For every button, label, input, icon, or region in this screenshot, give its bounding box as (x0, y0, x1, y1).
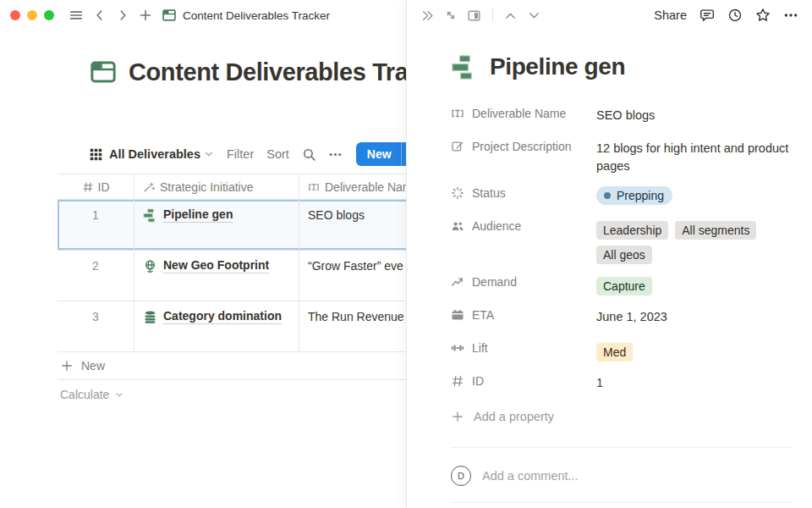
plus-icon (60, 359, 74, 373)
comment-composer[interactable]: D Add a comment... (451, 461, 792, 491)
sort-button[interactable]: Sort (266, 147, 289, 161)
property-label[interactable]: ETA (451, 305, 596, 322)
demand-tag[interactable]: Capture (596, 277, 652, 295)
zoom-window-button[interactable] (44, 10, 54, 20)
close-window-button[interactable] (10, 10, 20, 20)
property-name: Lift (472, 341, 488, 355)
cell-initiative[interactable]: Category domination (134, 301, 299, 351)
property-name: ETA (472, 308, 494, 322)
property-label[interactable]: Audience (451, 216, 596, 233)
cell-initiative[interactable]: Pipeline gen (134, 200, 299, 250)
cell-id[interactable]: 1 (58, 200, 134, 250)
property-name: Demand (472, 275, 517, 289)
cell-deliverable[interactable]: The Run Revenue S (299, 301, 406, 351)
page-link[interactable]: Category domination (143, 309, 282, 324)
expand-page-icon[interactable] (444, 8, 458, 22)
previous-record-icon[interactable] (503, 8, 518, 23)
next-record-icon[interactable] (527, 8, 541, 23)
view-selector[interactable]: All Deliverables (109, 147, 200, 161)
column-header-label: ID (98, 180, 110, 194)
property-value[interactable]: 1 (596, 371, 792, 392)
database-toolbar: All Deliverables Filter Sort New (0, 141, 406, 168)
id-value: 2 (92, 259, 99, 273)
deliverables-table: ID Strategic Initiative Deliverable Name… (58, 174, 406, 408)
property-name: Status (472, 186, 506, 200)
property-label[interactable]: Lift (451, 338, 596, 355)
property-label[interactable]: Project Description (451, 136, 596, 153)
main-content-pane: Content Deliverables Tracker Content Del… (0, 0, 406, 508)
share-button[interactable]: Share (654, 8, 687, 22)
favorite-star-icon[interactable] (755, 8, 771, 23)
traffic-lights (10, 10, 54, 20)
cell-id[interactable]: 2 (58, 251, 134, 301)
hash-icon (451, 374, 464, 388)
page-title[interactable]: Content Deliverables Tracker (129, 58, 406, 86)
peek-topbar-actions: Share (654, 8, 798, 23)
new-tab-icon[interactable] (139, 8, 152, 22)
property-value[interactable]: Capture (596, 272, 792, 295)
new-record-button[interactable]: New (356, 142, 406, 166)
deliverable-value: The Run Revenue S (308, 310, 406, 323)
filter-button[interactable]: Filter (227, 147, 254, 161)
status-pill-label: Prepping (617, 188, 664, 203)
status-pill[interactable]: Prepping (596, 186, 672, 205)
more-options-icon[interactable] (783, 8, 798, 23)
table-row[interactable]: 1 Pipeline gen SEO blogs (58, 200, 406, 251)
forward-icon[interactable] (116, 8, 129, 22)
property-row: Demand Capture (451, 272, 792, 297)
calculate-button[interactable]: Calculate (58, 380, 406, 408)
record-title[interactable]: Pipeline gen (490, 53, 625, 80)
property-value[interactable]: 12 blogs for high intent and product pag… (596, 136, 792, 175)
cell-id[interactable]: 3 (58, 301, 134, 351)
status-dot-icon (604, 192, 611, 199)
funnel-bars-icon (143, 208, 157, 223)
new-row-button[interactable]: New (58, 352, 406, 380)
audience-tag[interactable]: Leadership (596, 221, 668, 240)
property-label[interactable]: Status (451, 183, 596, 200)
cell-initiative[interactable]: New Geo Footprint (134, 251, 299, 301)
minimize-window-button[interactable] (27, 10, 37, 20)
funnel-bars-icon[interactable] (451, 54, 477, 80)
history-clock-icon[interactable] (727, 8, 743, 23)
cell-deliverable[interactable]: SEO blogs (299, 200, 406, 250)
column-header-initiative[interactable]: Strategic Initiative (134, 174, 299, 199)
lift-tag[interactable]: Med (596, 343, 633, 362)
search-icon[interactable] (302, 147, 316, 162)
more-options-icon[interactable] (328, 147, 343, 162)
close-peek-icon[interactable] (420, 8, 435, 23)
initiative-title: Category domination (163, 309, 282, 324)
column-header-deliverable[interactable]: Deliverable Name (299, 174, 406, 199)
window-titlebar: Content Deliverables Tracker (0, 0, 406, 30)
user-avatar: D (451, 466, 471, 486)
tag-list: Leadership All segments All geos (596, 219, 792, 264)
property-label[interactable]: Deliverable Name (451, 103, 596, 120)
property-label[interactable]: ID (451, 371, 596, 388)
property-value[interactable]: June 1, 2023 (596, 305, 792, 326)
property-row: Audience Leadership All segments All geo… (451, 216, 792, 264)
page-link[interactable]: Pipeline gen (143, 207, 233, 223)
view-chevron-down-icon[interactable] (203, 148, 215, 160)
property-value[interactable]: Med (596, 338, 792, 362)
page-doc-icon (162, 8, 177, 23)
comments-icon[interactable] (700, 8, 715, 23)
property-value[interactable]: Prepping (596, 183, 792, 205)
column-header-id[interactable]: ID (58, 174, 134, 199)
property-value[interactable]: SEO blogs (596, 103, 792, 124)
add-property-button[interactable]: Add a property (451, 404, 792, 429)
table-row[interactable]: 2 New Geo Footprint “Grow Faster” eve (58, 251, 406, 301)
back-icon[interactable] (93, 8, 107, 22)
id-value: 1 (92, 208, 99, 222)
column-header-label: Strategic Initiative (160, 180, 254, 194)
property-row: Lift Med (451, 338, 792, 363)
side-peek-mode-icon[interactable] (467, 8, 481, 23)
sidebar-toggle-icon[interactable] (69, 8, 84, 23)
property-label[interactable]: Demand (451, 272, 596, 289)
property-value[interactable]: Leadership All segments All geos (596, 216, 792, 264)
cell-deliverable[interactable]: “Grow Faster” eve (299, 251, 406, 301)
comment-input[interactable]: Add a comment... (482, 469, 579, 483)
table-row[interactable]: 3 Category domination The Run Revenue S (58, 301, 406, 352)
audience-tag[interactable]: All geos (596, 246, 652, 264)
page-link[interactable]: New Geo Footprint (143, 258, 269, 273)
audience-tag[interactable]: All segments (675, 221, 756, 240)
table-page-icon[interactable] (89, 58, 118, 86)
